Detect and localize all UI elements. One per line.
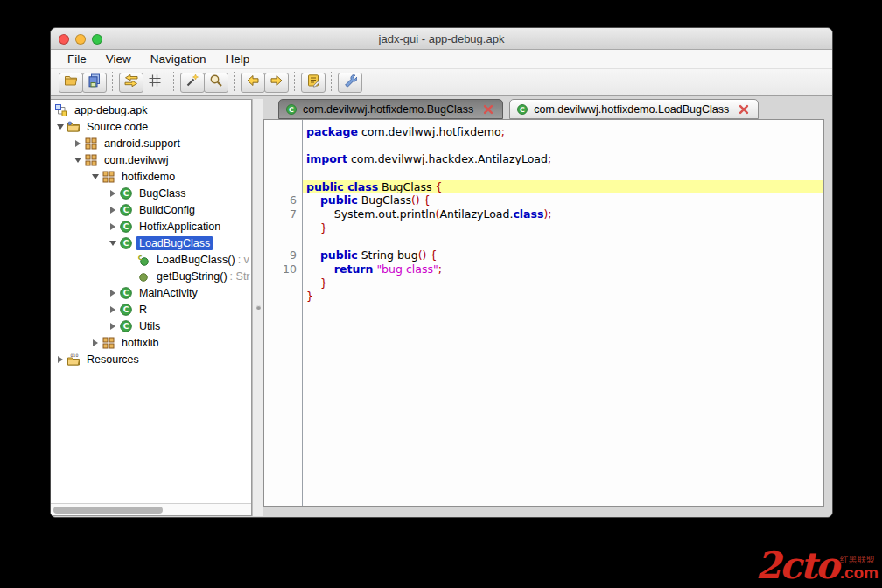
menu-bar: FileViewNavigationHelp bbox=[51, 50, 832, 69]
preferences-button[interactable] bbox=[338, 73, 362, 93]
tree-item-hotfixapplication[interactable]: CHotfixApplication bbox=[51, 218, 251, 234]
expand-arrow-icon[interactable] bbox=[107, 323, 119, 330]
line-number bbox=[264, 290, 302, 304]
text-search-button[interactable] bbox=[204, 73, 228, 93]
tree-item-label: MainActivity bbox=[136, 286, 200, 300]
forward-button[interactable] bbox=[264, 73, 289, 93]
expand-arrow-icon[interactable] bbox=[107, 306, 119, 313]
expand-arrow-icon[interactable] bbox=[107, 206, 119, 214]
tree-item-loadbugclass[interactable]: cLoadBugClass() : v bbox=[51, 251, 251, 268]
tree-item-android-support[interactable]: android.support bbox=[51, 135, 251, 151]
line-number bbox=[264, 235, 302, 249]
code-line bbox=[303, 235, 823, 249]
watermark-suffix: .com bbox=[840, 564, 878, 581]
menu-view[interactable]: View bbox=[96, 50, 141, 69]
tree-item-label: getBugString() bbox=[154, 270, 230, 284]
save-all-button[interactable] bbox=[82, 73, 107, 93]
code-line: System.out.println(AntilazyLoad.class); bbox=[303, 207, 823, 221]
code-viewer[interactable]: 67910 package com.devilwwj.hotfixdemo;im… bbox=[263, 119, 824, 507]
collapse-arrow-icon[interactable] bbox=[54, 124, 66, 130]
expand-arrow-icon[interactable] bbox=[107, 190, 119, 197]
collapse-arrow-icon[interactable] bbox=[72, 158, 84, 163]
site-watermark: 2cto 红黑联盟 .com bbox=[755, 551, 878, 581]
folder-open-icon bbox=[64, 74, 78, 91]
menu-file[interactable]: File bbox=[58, 50, 96, 69]
window-title: jadx-gui - app-debug.apk bbox=[51, 28, 832, 50]
class-icon: C bbox=[119, 236, 133, 250]
code-line: public String bug() { bbox=[303, 248, 823, 262]
tree-item-utils[interactable]: CUtils bbox=[51, 318, 251, 334]
desktop-background: jadx-gui - app-debug.apk FileViewNavigat… bbox=[0, 0, 882, 588]
svg-text:C: C bbox=[123, 222, 130, 231]
tree-item-label: app-debug.apk bbox=[72, 103, 150, 117]
tab-close-icon[interactable] bbox=[482, 103, 494, 116]
splitter-handle-icon bbox=[256, 305, 261, 310]
expand-arrow-icon[interactable] bbox=[72, 140, 84, 147]
panel-splitter[interactable] bbox=[252, 99, 263, 516]
code-line: public BugClass() { bbox=[303, 193, 823, 207]
package-icon bbox=[102, 336, 116, 350]
tree-item-buildconfig[interactable]: CBuildConfig bbox=[51, 201, 251, 218]
reload-button[interactable] bbox=[119, 73, 144, 93]
line-number bbox=[264, 125, 302, 139]
tree-item-source-code[interactable]: Source code bbox=[51, 118, 251, 135]
tab-label: com.devilwwj.hotfixdemo.LoadBugClass bbox=[534, 103, 729, 116]
search-icon bbox=[209, 74, 223, 91]
svg-text:C: C bbox=[520, 105, 525, 113]
expand-arrow-icon[interactable] bbox=[107, 290, 119, 297]
tab-close-icon[interactable] bbox=[738, 103, 750, 116]
editor-tab-bugclass[interactable]: Ccom.devilwwj.hotfixdemo.BugClass bbox=[278, 99, 503, 119]
collapse-arrow-icon[interactable] bbox=[107, 241, 119, 246]
tree-item-label: Resources bbox=[84, 353, 142, 367]
main-content: app-debug.apkSource codeandroid.supportc… bbox=[51, 96, 832, 517]
tree-item-hotfixdemo[interactable]: hotfixdemo bbox=[51, 168, 251, 185]
expand-arrow-icon[interactable] bbox=[107, 223, 119, 230]
open-file-button[interactable] bbox=[59, 73, 83, 93]
expand-arrow-icon[interactable] bbox=[89, 340, 102, 346]
tree-item-com-devilwwj[interactable]: com.devilwwj bbox=[51, 151, 251, 168]
tree-item-loadbugclass[interactable]: CLoadBugClass bbox=[51, 234, 251, 251]
tree-item-hotfixlib[interactable]: hotfixlib bbox=[51, 334, 251, 351]
line-number: 6 bbox=[264, 193, 302, 207]
project-tree-panel: app-debug.apkSource codeandroid.supportc… bbox=[51, 99, 252, 516]
source-code[interactable]: package com.devilwwj.hotfixdemo;import c… bbox=[303, 120, 823, 506]
tree-horizontal-scrollbar[interactable] bbox=[51, 503, 251, 515]
tree-scrollbar-thumb[interactable] bbox=[53, 507, 163, 514]
editor-tab-loadbugclass[interactable]: Ccom.devilwwj.hotfixdemo.LoadBugClass bbox=[509, 99, 759, 119]
deobfuscation-button[interactable] bbox=[180, 73, 205, 93]
tree-item-bugclass[interactable]: CBugClass bbox=[51, 185, 251, 201]
svg-text:C: C bbox=[123, 305, 130, 314]
tree-item-resources[interactable]: 010Resources bbox=[51, 351, 251, 368]
flatten-packages-button[interactable] bbox=[143, 73, 167, 93]
editor-panel: Ccom.devilwwj.hotfixdemo.BugClassCcom.de… bbox=[263, 99, 824, 507]
editor-tab-bar: Ccom.devilwwj.hotfixdemo.BugClassCcom.de… bbox=[263, 99, 824, 119]
apk-icon bbox=[54, 103, 68, 117]
package-icon bbox=[84, 136, 98, 150]
tree-item-getbugstring[interactable]: getBugString() : Str bbox=[51, 268, 251, 284]
app-window: jadx-gui - app-debug.apk FileViewNavigat… bbox=[50, 27, 833, 518]
back-button[interactable] bbox=[241, 73, 265, 93]
title-bar[interactable]: jadx-gui - app-debug.apk bbox=[51, 28, 832, 50]
code-line bbox=[303, 139, 823, 153]
line-number bbox=[264, 221, 302, 235]
wrench-icon bbox=[343, 74, 357, 91]
collapse-arrow-icon[interactable] bbox=[89, 174, 102, 179]
code-line: return "bug class"; bbox=[303, 262, 823, 276]
menu-help[interactable]: Help bbox=[216, 50, 260, 69]
tree-item-label: HotfixApplication bbox=[136, 220, 223, 234]
toolbar bbox=[51, 69, 832, 96]
class-icon: C bbox=[119, 286, 133, 300]
tree-item-mainactivity[interactable]: CMainActivity bbox=[51, 284, 251, 301]
tree-item-r[interactable]: CR bbox=[51, 301, 251, 318]
expand-arrow-icon[interactable] bbox=[54, 356, 66, 363]
arrow-right-icon bbox=[270, 74, 284, 91]
line-number: 9 bbox=[264, 248, 302, 262]
svg-text:C: C bbox=[123, 322, 130, 331]
tree-item-type-suffix: : v bbox=[238, 254, 249, 266]
menu-navigation[interactable]: Navigation bbox=[141, 50, 216, 69]
tree-item-label: LoadBugClass() bbox=[154, 253, 238, 267]
log-viewer-button[interactable] bbox=[301, 73, 326, 93]
toolbar-separator bbox=[294, 72, 295, 93]
tree-item-label: hotfixdemo bbox=[119, 170, 178, 184]
tree-item-app-debug-apk[interactable]: app-debug.apk bbox=[51, 102, 251, 118]
